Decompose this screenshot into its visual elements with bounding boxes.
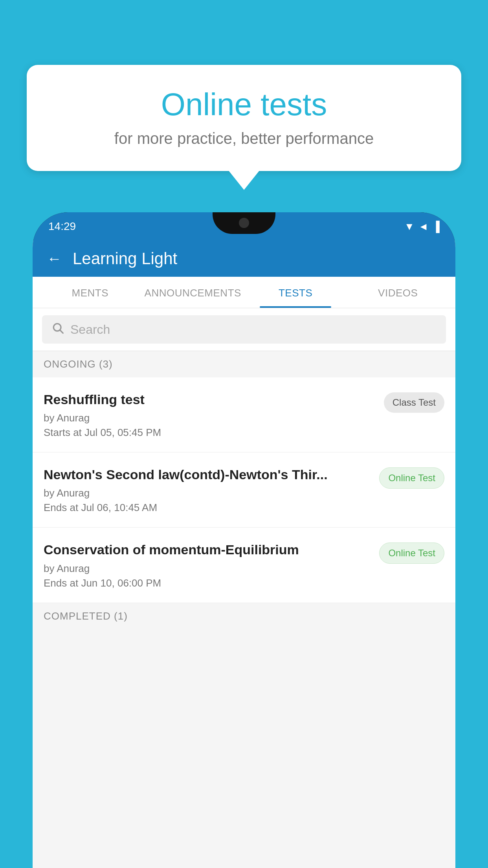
test-author: by Anurag <box>44 412 376 424</box>
test-author: by Anurag <box>44 487 371 499</box>
test-info: Reshuffling test by Anurag Starts at Jul… <box>44 391 376 439</box>
test-list: Reshuffling test by Anurag Starts at Jul… <box>33 377 455 603</box>
test-time: Starts at Jul 05, 05:45 PM <box>44 427 376 439</box>
test-time: Ends at Jul 06, 10:45 AM <box>44 502 371 514</box>
signal-icon: ◄ <box>418 221 429 233</box>
status-icons: ▼ ◄ ▐ <box>404 221 440 233</box>
svg-line-1 <box>60 330 63 333</box>
bubble-subtitle: for more practice, better performance <box>50 130 438 147</box>
search-icon <box>51 322 64 337</box>
test-badge-online: Online Test <box>379 467 444 489</box>
test-item[interactable]: Reshuffling test by Anurag Starts at Jul… <box>33 377 455 452</box>
test-info: Conservation of momentum-Equilibrium by … <box>44 541 371 589</box>
tab-announcements[interactable]: ANNOUNCEMENTS <box>141 277 244 308</box>
search-placeholder: Search <box>70 322 110 337</box>
completed-section-header: COMPLETED (1) <box>33 603 455 629</box>
tabs-bar: MENTS ANNOUNCEMENTS TESTS VIDEOS <box>33 277 455 308</box>
status-time: 14:29 <box>48 220 76 233</box>
tab-ments[interactable]: MENTS <box>39 277 141 308</box>
wifi-icon: ▼ <box>404 221 415 233</box>
test-name: Reshuffling test <box>44 391 376 408</box>
bubble-title: Online tests <box>50 86 438 123</box>
tab-videos[interactable]: VIDEOS <box>347 277 449 308</box>
app-title: Learning Light <box>73 249 177 268</box>
ongoing-section-header: ONGOING (3) <box>33 351 455 377</box>
back-button[interactable]: ← <box>47 250 62 267</box>
test-time: Ends at Jun 10, 06:00 PM <box>44 577 371 589</box>
camera-dot <box>239 218 249 228</box>
test-author: by Anurag <box>44 563 371 575</box>
test-item[interactable]: Newton's Second law(contd)-Newton's Thir… <box>33 452 455 528</box>
battery-icon: ▐ <box>433 221 440 233</box>
test-name: Newton's Second law(contd)-Newton's Thir… <box>44 466 371 483</box>
phone-notch <box>213 212 275 234</box>
speech-bubble: Online tests for more practice, better p… <box>27 65 461 171</box>
tab-tests[interactable]: TESTS <box>244 277 347 308</box>
search-container: Search <box>33 308 455 351</box>
phone-inner: ← Learning Light MENTS ANNOUNCEMENTS TES… <box>33 241 455 868</box>
test-item[interactable]: Conservation of momentum-Equilibrium by … <box>33 528 455 603</box>
test-name: Conservation of momentum-Equilibrium <box>44 541 371 558</box>
phone-frame: 14:29 ▼ ◄ ▐ ← Learning Light MENTS ANNOU… <box>33 212 455 868</box>
test-badge-online-2: Online Test <box>379 542 444 564</box>
search-input-wrap[interactable]: Search <box>42 315 446 344</box>
test-info: Newton's Second law(contd)-Newton's Thir… <box>44 466 371 514</box>
test-badge-class: Class Test <box>384 392 444 413</box>
app-header: ← Learning Light <box>33 241 455 277</box>
status-bar: 14:29 ▼ ◄ ▐ <box>33 212 455 241</box>
